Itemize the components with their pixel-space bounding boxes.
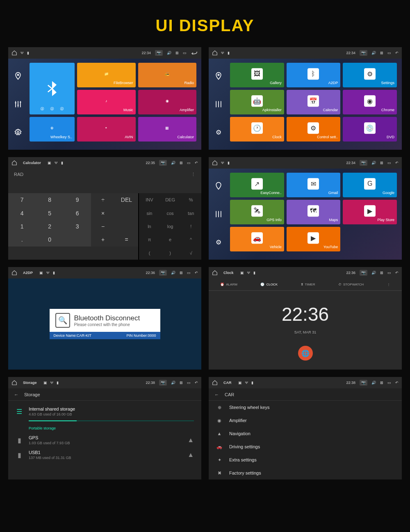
next-icon[interactable]: ⦿ (60, 107, 64, 111)
volume-icon[interactable]: 🔊 (171, 381, 175, 385)
car-item-extra-settings[interactable]: ✦Extra settings (209, 453, 402, 466)
home-icon[interactable] (212, 380, 218, 386)
calc-key-6[interactable]: 6 (64, 206, 91, 219)
tile-easyconne-[interactable]: ↗EasyConne.. (230, 173, 284, 197)
calc-fn-![interactable]: ! (180, 220, 201, 233)
calc-op-=[interactable]: = (115, 233, 138, 246)
camera-icon[interactable]: 📷 (159, 270, 167, 276)
tile-wheelkey[interactable]: ⊕Wheelkey S.. (30, 117, 75, 142)
tile-maps[interactable]: 🗺Maps (287, 200, 341, 224)
camera-icon[interactable]: 📷 (360, 160, 367, 166)
tile-vehicle[interactable]: 🚗Vehicle (230, 227, 284, 251)
add-city-button[interactable]: 🌐 (298, 346, 313, 361)
volume-icon[interactable]: 🔊 (371, 381, 376, 385)
calc-fn-)[interactable]: ) (160, 247, 181, 260)
tab-timer[interactable]: ⧗TIMER (301, 283, 315, 287)
car-item-amplifier[interactable]: ◉Amplifier (209, 414, 402, 427)
calc-fn-e[interactable]: e (160, 233, 181, 246)
car-item-driving-settings[interactable]: 🚗Driving settings (209, 440, 402, 453)
calc-key-.[interactable]: . (8, 233, 36, 246)
recent-icon[interactable]: ▭ (387, 161, 391, 165)
volume-icon[interactable]: 🔊 (371, 161, 376, 165)
home-icon[interactable] (11, 50, 17, 56)
calc-fn-cos[interactable]: cos (160, 206, 181, 219)
tile-amplifier[interactable]: ◉Amplifier (138, 90, 197, 114)
close-icon[interactable]: ⊠ (380, 381, 383, 385)
camera-icon[interactable]: 📷 (360, 380, 367, 386)
back-icon[interactable] (191, 51, 198, 55)
close-icon[interactable]: ⊠ (380, 271, 383, 275)
calc-op-−[interactable]: − (91, 220, 114, 233)
back-icon[interactable]: ↶ (195, 271, 198, 275)
back-icon[interactable]: ↶ (395, 161, 399, 165)
tile-gmail[interactable]: ✉Gmail (287, 173, 341, 197)
nav-equalizer-icon[interactable] (214, 210, 223, 219)
calc-op-+[interactable]: + (91, 233, 114, 246)
recent-icon[interactable]: ▭ (187, 271, 191, 275)
prev-icon[interactable]: ⦿ (40, 107, 44, 111)
close-icon[interactable]: ⊠ (380, 161, 383, 165)
tile-a2dp[interactable]: ᛒA2DP (287, 63, 341, 87)
tile-calculator[interactable]: ▦Calculator (138, 117, 197, 142)
volume-icon[interactable]: 🔊 (167, 51, 171, 55)
calc-fn-ln[interactable]: ln (139, 220, 160, 233)
nav-location-icon[interactable] (14, 71, 23, 80)
back-arrow-icon[interactable]: ← (14, 392, 18, 397)
back-icon[interactable]: ↶ (395, 381, 399, 385)
calc-key-4[interactable]: 4 (8, 206, 36, 219)
recent-icon[interactable]: ▭ (387, 51, 391, 55)
home-icon[interactable] (212, 160, 218, 166)
nav-settings-icon[interactable] (14, 128, 23, 137)
tile-music[interactable]: ♪Music (77, 90, 136, 114)
back-icon[interactable]: ↶ (195, 381, 198, 385)
nav-equalizer-icon[interactable] (214, 100, 223, 109)
close-icon[interactable]: ⊠ (180, 271, 183, 275)
more-icon[interactable]: ⋮ (191, 172, 196, 177)
camera-icon[interactable]: 📷 (360, 270, 367, 276)
tile-control-sett-[interactable]: ⚙Control sett.. (287, 117, 341, 142)
calc-fn-log[interactable]: log (160, 220, 181, 233)
tile-apkinstaller[interactable]: 🤖ApkInstaller (230, 90, 284, 114)
tab-clock[interactable]: 🕐CLOCK (260, 283, 278, 286)
back-arrow-icon[interactable]: ← (214, 392, 219, 397)
home-icon[interactable] (11, 270, 17, 276)
calc-op-×[interactable]: × (91, 206, 114, 219)
calc-fn-%[interactable]: % (180, 193, 201, 206)
tile-clock[interactable]: 🕐Clock (230, 117, 284, 142)
car-item-steering-wheel-keys[interactable]: ⊕Steering wheel keys (209, 401, 402, 414)
calc-key-8[interactable]: 8 (36, 193, 63, 206)
close-icon[interactable]: ⊠ (180, 161, 183, 165)
nav-location-icon[interactable] (214, 181, 223, 190)
camera-icon[interactable]: 📷 (155, 50, 163, 56)
recent-icon[interactable]: ▭ (387, 271, 391, 275)
calc-key-1[interactable]: 1 (8, 220, 36, 233)
storage-internal[interactable]: ☰ Internal shared storage4.63 GB used of… (8, 404, 201, 419)
calc-fn-DEG[interactable]: DEG (160, 193, 181, 206)
storage-gps[interactable]: ▮ GPS1.03 GB used of 7.93 GB ▲ (8, 433, 201, 448)
volume-icon[interactable]: 🔊 (371, 51, 376, 55)
calc-fn-INV[interactable]: INV (139, 193, 160, 206)
back-icon[interactable]: ↶ (395, 271, 399, 275)
tab-stopwatch[interactable]: ⏱STOPWATCH (338, 283, 364, 286)
tile-chrome[interactable]: ◉Chrome (343, 90, 397, 114)
tile-avin[interactable]: ⚬AVIN (77, 117, 136, 142)
home-icon[interactable] (11, 380, 17, 386)
calc-fn-^[interactable]: ^ (180, 233, 201, 246)
tile-google[interactable]: GGoogle (343, 173, 397, 197)
calc-op-DEL[interactable]: DEL (115, 193, 138, 206)
recent-icon[interactable]: ▭ (187, 381, 191, 385)
camera-icon[interactable]: 📷 (360, 50, 367, 56)
calc-key-0[interactable]: 0 (36, 233, 63, 246)
calc-fn-tan[interactable]: tan (180, 206, 201, 219)
back-icon[interactable]: ↶ (195, 161, 198, 165)
tile-play-store[interactable]: ▶Play Store (343, 200, 397, 224)
tile-radio[interactable]: 📻Radio (138, 63, 197, 87)
tile-gps-info[interactable]: 🛰GPS Info (230, 200, 284, 224)
calc-key-7[interactable]: 7 (8, 193, 36, 206)
recent-icon[interactable]: ▭ (183, 51, 187, 55)
tab-alarm[interactable]: ⏰ALARM (220, 283, 237, 286)
calc-key-9[interactable]: 9 (64, 193, 91, 206)
nav-settings-icon[interactable]: ⚙ (214, 128, 223, 137)
calc-key-5[interactable]: 5 (36, 206, 63, 219)
car-item-factory-settings[interactable]: ✖Factory settings (209, 466, 402, 479)
